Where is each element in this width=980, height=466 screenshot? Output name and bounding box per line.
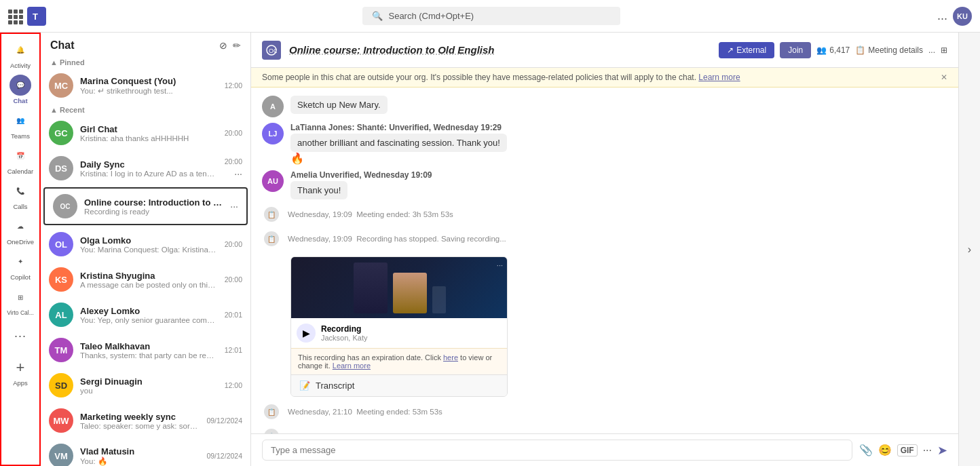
join-button[interactable]: Join xyxy=(780,42,811,58)
chat-item-olga[interactable]: OL Olga Lomko You: Marina Conquest: Olga… xyxy=(41,227,250,262)
msg-bubble-3: Thank you! xyxy=(290,181,347,199)
send-icon[interactable]: ➤ xyxy=(937,443,947,458)
virto-cal-icon: ⊞ xyxy=(10,286,31,308)
meeting-details-icon: 📋 xyxy=(855,45,865,55)
copilot-icon: ✦ xyxy=(10,251,31,272)
recording-notice: This recording has an expiration date. C… xyxy=(291,348,507,374)
sidebar-item-activity[interactable]: 🔔 Activity xyxy=(1,37,39,72)
chat-name-marina: Marina Conquest (You) xyxy=(80,76,218,86)
chat-item-online-course[interactable]: OC Online course: Introduction to Ol... … xyxy=(43,187,248,225)
chat-avatar-olga: OL xyxy=(49,232,73,256)
chat-item-kristina[interactable]: KS Kristina Shyugina A message can be po… xyxy=(41,262,250,297)
system-icon-2: 📋 xyxy=(262,229,281,248)
sidebar-item-more[interactable]: ··· xyxy=(1,319,39,354)
external-button[interactable]: ↗ External xyxy=(719,42,774,58)
chat-avatar-kristina: KS xyxy=(49,267,73,292)
sidebar-nav: 🔔 Activity 💬 Chat 👥 Teams 📅 Calendar 📞 C… xyxy=(0,33,41,466)
top-bar-center: 🔍 Search (Cmd+Opt+E) xyxy=(46,7,937,25)
chat-avatar-vlad: VM xyxy=(49,444,73,466)
msg-bubble-2: another brilliant and fascinating sessio… xyxy=(290,134,507,152)
recording-person-main xyxy=(393,273,427,313)
recording-learn-more-link[interactable]: Learn more xyxy=(333,362,371,370)
chat-panel: Chat ⊘ ✏ ▲ Pinned MC Marina Conquest (Yo… xyxy=(41,33,251,466)
recording-thumbnail: ··· xyxy=(291,257,508,318)
chat-title: Online course: Introduction to Old Engli… xyxy=(289,44,711,56)
system-message-4: 📋 Wednesday, 22:10 Meeting ended: 53m 53… xyxy=(262,427,947,433)
recording-more-icon[interactable]: ··· xyxy=(497,261,503,269)
top-bar-left: T xyxy=(8,7,46,26)
sidebar-item-virto-cal[interactable]: ⊞ Virto Cal... xyxy=(1,284,39,319)
system-icon-3: 📋 xyxy=(262,402,281,421)
emoji-icon[interactable]: 😊 xyxy=(878,444,892,457)
system-icon-1: 📋 xyxy=(262,205,281,224)
chat-item-marketing[interactable]: MW Marketing weekly sync Taleo: speaker:… xyxy=(41,403,250,438)
more-input-icon[interactable]: ··· xyxy=(923,444,932,457)
more-options-button[interactable]: ... xyxy=(937,9,947,23)
chat-panel-actions: ⊘ ✏ xyxy=(219,40,241,51)
system-message-3: 📋 Wednesday, 21:10 Meeting ended: 53m 53… xyxy=(262,402,947,421)
warning-banner: Some people in this chat are outside you… xyxy=(251,68,958,88)
chat-avatar-sergi: SD xyxy=(49,373,73,397)
chat-item-alexey[interactable]: AL Alexey Lomko You: Yep, only senior gu… xyxy=(41,297,250,332)
chat-item-sergi[interactable]: SD Sergi Dinuagin you 12:00 xyxy=(41,368,250,403)
msg-sender-2: LaTianna Jones: Shanté: Unverified, Wedn… xyxy=(290,123,947,132)
sidebar-item-chat[interactable]: 💬 Chat xyxy=(1,72,39,107)
gif-icon[interactable]: GIF xyxy=(897,444,918,457)
recording-here-link[interactable]: here xyxy=(443,353,458,362)
sidebar-item-apps[interactable]: + Apps xyxy=(1,354,39,389)
teams-icon: 👥 xyxy=(10,110,31,131)
chat-item-taleo[interactable]: TM Taleo Malkhavan Thanks, system: that … xyxy=(41,332,250,368)
chat-panel-title: Chat xyxy=(50,39,75,52)
message-input[interactable] xyxy=(262,440,852,461)
more-header-button[interactable]: ... xyxy=(928,45,935,55)
system-text-2: Wednesday, 19:09 Recording has stopped. … xyxy=(288,235,506,243)
chat-avatar-marina: MC xyxy=(49,73,73,98)
sidebar-item-calls[interactable]: 📞 Calls xyxy=(1,178,39,213)
sidebar-item-calendar[interactable]: 📅 Calendar xyxy=(1,142,39,178)
sidebar-item-onedrive[interactable]: ☁ OneDrive xyxy=(1,213,39,248)
transcript-button[interactable]: 📝 Transcript xyxy=(291,374,507,396)
system-text-1: Wednesday, 19:09 Meeting ended: 3h 53m 5… xyxy=(288,210,453,218)
filter-icon[interactable]: ⊘ xyxy=(219,40,227,51)
chat-item-daily-sync[interactable]: DS Daily Sync Kristina: I log in to Azur… xyxy=(41,151,250,186)
chat-item-vlad[interactable]: VM Vlad Matusin You: 🔥 09/12/2024 xyxy=(41,438,250,466)
sidebar-label-chat: Chat xyxy=(13,97,27,104)
system-text-3: Wednesday, 21:10 Meeting ended: 53m 53s xyxy=(288,408,442,416)
top-bar: T 🔍 Search (Cmd+Opt+E) ... KU xyxy=(0,0,980,33)
new-chat-icon[interactable]: ✏ xyxy=(233,40,241,51)
grid-icon[interactable] xyxy=(8,9,22,23)
recording-play-icon[interactable]: ▶ xyxy=(297,324,316,343)
chat-info-marina: Marina Conquest (You) You: ↵ strikethrou… xyxy=(80,76,218,96)
chat-list: GC Girl Chat Kristina: aha thanks aHHHHH… xyxy=(41,115,250,466)
sidebar-item-teams[interactable]: 👥 Teams xyxy=(1,107,39,142)
msg-sender-3: Amelia Unverified, Wednesday 19:09 xyxy=(290,170,947,180)
meeting-details-button[interactable]: 📋 Meeting details xyxy=(855,45,923,55)
pinned-section-label: ▲ Pinned xyxy=(41,56,250,68)
message-3: AU Amelia Unverified, Wednesday 19:09 Th… xyxy=(262,170,947,199)
user-avatar[interactable]: KU xyxy=(953,7,972,26)
teams-logo: T xyxy=(27,7,46,26)
more-icon: ··· xyxy=(10,325,31,347)
more-options-daily-sync[interactable]: ··· xyxy=(234,168,242,179)
warning-learn-more-link[interactable]: Learn more xyxy=(698,73,740,82)
messages-area: A Sketch up New Mary. LJ LaTianna Jones:… xyxy=(251,88,958,433)
sidebar-item-copilot[interactable]: ✦ Copilot xyxy=(1,248,39,284)
recording-card[interactable]: ··· ▶ Recording Jackson, Katy This recor… xyxy=(290,256,508,397)
panel-collapse-button[interactable]: › xyxy=(958,33,980,466)
attachment-icon[interactable]: 📎 xyxy=(859,444,873,457)
pinned-chat-marina[interactable]: MC Marina Conquest (You) You: ↵ striketh… xyxy=(41,68,250,103)
chat-avatar-alexey: AL xyxy=(49,303,73,327)
grid-header-button[interactable]: ⊞ xyxy=(941,45,947,55)
system-message-2: 📋 Wednesday, 19:09 Recording has stopped… xyxy=(262,229,947,248)
search-placeholder: Search (Cmd+Opt+E) xyxy=(388,11,474,21)
more-options-online-course[interactable]: ··· xyxy=(230,201,238,212)
transcript-icon: 📝 xyxy=(299,381,310,391)
warning-close-icon[interactable]: ✕ xyxy=(941,73,947,82)
system-text-4: Wednesday, 22:10 Meeting ended: 53m 53s xyxy=(288,432,442,433)
search-bar[interactable]: 🔍 Search (Cmd+Opt+E) xyxy=(362,7,620,25)
chat-avatar-online-course: OC xyxy=(53,194,77,218)
chat-avatar-girl-chat: GC xyxy=(49,121,73,145)
onedrive-icon: ☁ xyxy=(10,216,31,237)
svg-text:OC: OC xyxy=(269,47,277,54)
chat-item-girl-chat[interactable]: GC Girl Chat Kristina: aha thanks aHHHHH… xyxy=(41,115,250,151)
